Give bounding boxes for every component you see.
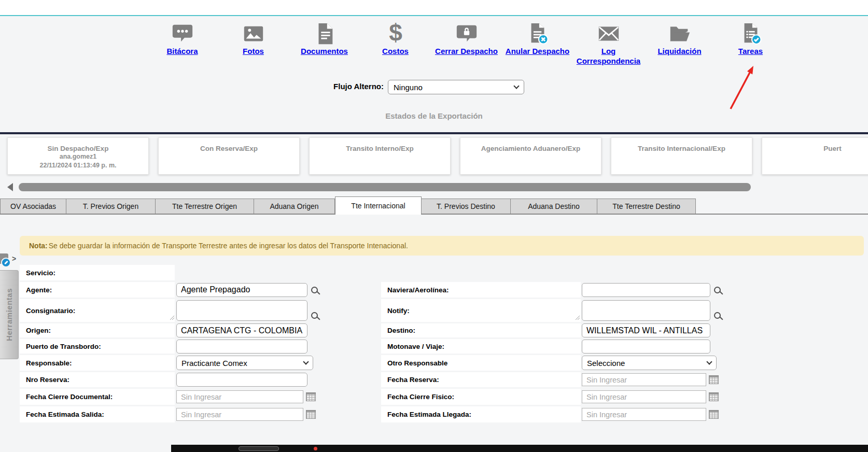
toolbar-link-bitacora[interactable]: Bitácora	[166, 47, 198, 56]
nro-reserva-input[interactable]	[176, 373, 307, 387]
toolbar-link-log-correspondencia[interactable]: Log Correspondencia	[573, 47, 644, 66]
estado-card-agenciamiento-aduanero: Agenciamiento Aduanero/Exp	[460, 137, 601, 175]
navy-divider	[0, 132, 868, 134]
transporte-internacional-form: Servicio: Agente: Naviera/Aerolínea: Con…	[20, 265, 756, 424]
tab-aduana-destino[interactable]: Aduana Destino	[511, 199, 597, 214]
toolbar-item-documentos[interactable]: Documentos	[289, 22, 360, 66]
toolbar-link-cerrar-despacho[interactable]: Cerrar Despacho	[435, 47, 498, 56]
envelope-icon[interactable]	[597, 22, 621, 46]
notify-label: Notify:	[381, 299, 581, 322]
document-icon[interactable]	[313, 22, 337, 46]
lock-bubble-icon[interactable]	[455, 22, 479, 46]
form-row-servicio: Servicio:	[20, 265, 756, 280]
search-icon[interactable]	[311, 312, 318, 319]
responsable-value: Practicante Comex	[181, 359, 304, 368]
form-row-origen-destino: Origen: Destino:	[20, 323, 756, 337]
flujo-alterno-label: Flujo Alterno:	[207, 82, 384, 91]
toolbar-item-liquidacion[interactable]: Liquidación	[644, 22, 715, 66]
toolbar-item-log-correspondencia[interactable]: Log Correspondencia	[573, 22, 644, 66]
tab-ov-asociadas[interactable]: OV Asociadas	[0, 199, 66, 214]
chat-icon[interactable]	[171, 22, 194, 46]
fecha-reserva-label: Fecha Reserva:	[381, 372, 581, 387]
search-icon[interactable]	[714, 312, 721, 319]
toolbar-link-documentos[interactable]: Documentos	[301, 47, 348, 56]
toolbar-link-tareas[interactable]: Tareas	[738, 47, 763, 56]
task-check-icon[interactable]	[739, 22, 763, 46]
estado-card-title: Agenciamiento Aduanero/Exp	[460, 145, 601, 152]
toolbar-link-cerrar-despacho-costos[interactable]: Costos	[382, 47, 409, 56]
chevron-down-icon	[513, 83, 519, 89]
search-icon[interactable]	[714, 287, 721, 293]
calendar-icon[interactable]	[709, 375, 719, 384]
notify-textarea[interactable]	[582, 300, 710, 321]
svg-text:$: $	[389, 22, 402, 46]
tools-icon-cluster[interactable]: >	[0, 252, 13, 268]
toolbar-item-fotos[interactable]: Fotos	[218, 22, 289, 66]
overlay-button[interactable]	[239, 446, 279, 451]
naviera-label: Naviera/Aerolínea:	[381, 282, 581, 298]
toolbar-item-tareas[interactable]: Tareas	[715, 22, 786, 66]
toolbar-item-cerrar-despacho[interactable]: Cerrar Despacho	[431, 22, 502, 66]
chevron-down-icon	[303, 359, 309, 364]
tab-previos-origen[interactable]: T. Previos Origen	[66, 199, 156, 214]
fecha-estimada-salida-input[interactable]	[176, 408, 303, 421]
toolbar-link-anular-despacho[interactable]: Anular Despacho	[506, 47, 569, 56]
fecha-cierre-fisico-input[interactable]	[582, 390, 706, 403]
form-row-reserva: Nro Reserva: Fecha Reserva:	[20, 372, 756, 387]
toolbar-link-liquidacion[interactable]: Liquidación	[657, 47, 701, 56]
motonave-label: Motonave / Viaje:	[381, 339, 581, 354]
otro-responsable-label: Otro Responsable	[381, 355, 581, 371]
document-cancel-icon[interactable]	[526, 22, 550, 46]
top-strip	[0, 0, 868, 15]
estado-card-transito-internacional: Transito Internacional/Exp	[611, 137, 752, 175]
fecha-cierre-documental-input[interactable]	[176, 390, 303, 403]
estado-card-sin-despacho: Sin Despacho/Exp ana.gomez1 22/11/2024 0…	[7, 137, 149, 175]
dollar-icon[interactable]: $	[384, 22, 408, 46]
expand-chevron-icon[interactable]: >	[12, 255, 16, 263]
nro-reserva-label: Nro Reserva:	[20, 372, 175, 387]
teal-divider	[0, 15, 868, 16]
search-icon[interactable]	[311, 287, 318, 293]
toolbar-item-bitacora[interactable]: Bitácora	[147, 22, 218, 66]
form-row-transbordo-motonave: Puerto de Transbordo: Motonave / Viaje:	[20, 339, 756, 354]
toolbar-link-fotos[interactable]: Fotos	[243, 47, 264, 56]
photo-icon[interactable]	[242, 22, 265, 46]
consignatario-textarea[interactable]	[176, 300, 307, 321]
fecha-estimada-llegada-input[interactable]	[582, 408, 706, 421]
tab-aduana-origen[interactable]: Aduana Origen	[254, 199, 335, 214]
record-dot-icon	[314, 447, 317, 450]
calendar-icon[interactable]	[709, 392, 719, 401]
puerto-transbordo-input[interactable]	[176, 340, 307, 354]
bottom-overlay-bar	[171, 445, 868, 452]
flujo-alterno-select[interactable]: Ninguno	[388, 80, 524, 94]
tab-tte-terrestre-destino[interactable]: Tte Terrestre Destino	[597, 199, 696, 214]
calendar-icon[interactable]	[709, 410, 719, 419]
export-dispatch-screen: Bitácora Fotos Documentos $ Costos Cerra…	[0, 0, 868, 452]
calendar-icon[interactable]	[306, 410, 316, 419]
estado-card-title: Transito Interno/Exp	[310, 145, 450, 152]
fecha-reserva-input[interactable]	[582, 373, 706, 386]
scrollbar-thumb[interactable]	[19, 183, 751, 191]
calendar-icon[interactable]	[306, 392, 316, 401]
toolbar-item-costos[interactable]: $ Costos	[360, 22, 431, 66]
form-row-responsables: Responsable: Practicante Comex Otro Resp…	[20, 355, 756, 371]
folder-icon[interactable]	[668, 22, 692, 46]
motonave-input[interactable]	[582, 340, 710, 354]
otro-responsable-value: Seleccione	[587, 359, 707, 368]
agente-input[interactable]	[176, 283, 307, 297]
herramientas-tab[interactable]: Herramientas	[0, 270, 19, 359]
naviera-input[interactable]	[582, 283, 710, 297]
toolbar-item-anular-despacho[interactable]: Anular Despacho	[502, 22, 573, 66]
destino-label: Destino:	[381, 323, 581, 337]
origen-input[interactable]	[176, 323, 307, 337]
destino-input[interactable]	[582, 323, 710, 337]
tab-previos-destino[interactable]: T. Previos Destino	[422, 199, 511, 214]
estado-card-title: Puert	[762, 145, 868, 152]
scroll-left-arrow-icon[interactable]	[7, 183, 13, 191]
servicio-label: Servicio:	[20, 265, 175, 280]
responsable-select[interactable]: Practicante Comex	[176, 356, 313, 370]
otro-responsable-select[interactable]: Seleccione	[582, 356, 717, 370]
tab-tte-internacional[interactable]: Tte Internacional	[335, 196, 422, 215]
puerto-transbordo-label: Puerto de Transbordo:	[20, 339, 175, 354]
tab-tte-terrestre-origen[interactable]: Tte Terrestre Origen	[156, 199, 254, 214]
